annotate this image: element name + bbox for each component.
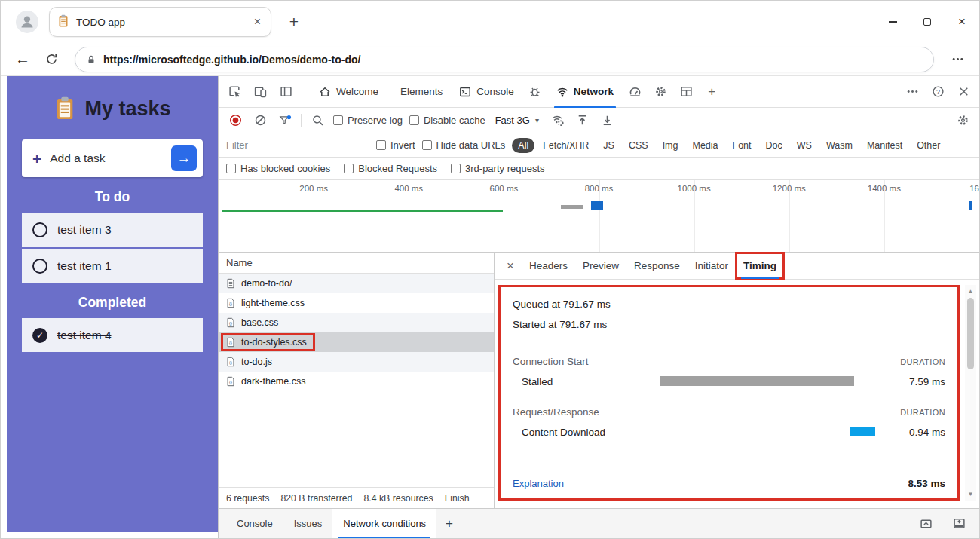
unchecked-task-icon[interactable] <box>32 222 47 237</box>
request-row-dark-theme-css[interactable]: {}dark-theme.css <box>219 372 494 391</box>
drawer-tab-network-conditions[interactable]: Network conditions <box>332 509 436 538</box>
name-column-header[interactable]: Name <box>219 253 494 274</box>
details-tab-timing[interactable]: Timing <box>736 253 784 279</box>
overview-tick-label: 1600 <box>969 184 979 193</box>
record-button[interactable] <box>226 112 244 130</box>
filter-pill-other[interactable]: Other <box>911 138 946 153</box>
throttling-select[interactable]: Fast 3G ▾ <box>492 115 542 126</box>
details-scrollbar[interactable]: ▲ ▼ <box>965 285 976 501</box>
close-details-icon[interactable]: × <box>499 253 522 279</box>
todo-item-test-item-1[interactable]: test item 1 <box>22 249 203 283</box>
todo-item-test-item-4[interactable]: ✓test item 4 <box>22 318 203 352</box>
filter-input[interactable] <box>226 139 362 151</box>
filter-pill-css[interactable]: CSS <box>623 138 654 153</box>
tab-console[interactable]: Console <box>451 76 522 107</box>
browser-menu-button[interactable] <box>945 47 970 72</box>
refresh-button[interactable] <box>38 47 64 72</box>
url-bar[interactable]: https://microsoftedge.github.io/Demos/de… <box>75 47 934 72</box>
tabbar-spacer <box>724 76 899 107</box>
filter-pill-wasm[interactable]: Wasm <box>820 138 859 153</box>
blocked-requests-checkbox[interactable]: Blocked Requests <box>344 163 437 174</box>
toolbar-divider <box>301 114 302 127</box>
details-tab-preview[interactable]: Preview <box>575 253 626 279</box>
todo-item-test-item-3[interactable]: test item 3 <box>22 213 203 247</box>
filter-pill-js[interactable]: JS <box>597 138 620 153</box>
checkbox-icon <box>333 115 343 125</box>
tabbar-button-gauge[interactable] <box>622 76 648 107</box>
tabbar-button-plus[interactable]: + <box>699 76 724 107</box>
browser-tab[interactable]: TODO app × <box>49 7 271 37</box>
details-tab-headers[interactable]: Headers <box>522 253 575 279</box>
filter-pill-manifest[interactable]: Manifest <box>861 138 908 153</box>
tabbar-button-inspect[interactable] <box>222 76 247 107</box>
clear-button[interactable] <box>251 112 269 130</box>
checked-task-icon[interactable]: ✓ <box>32 328 47 343</box>
timing-section-title: Connection Start <box>513 356 589 367</box>
details-tab-initiator[interactable]: Initiator <box>688 253 736 279</box>
scroll-up-icon[interactable]: ▲ <box>968 285 974 298</box>
tabbar-button-bug[interactable] <box>522 76 548 107</box>
timing-phase-label: Content Download <box>522 427 605 438</box>
filter-pill-media[interactable]: Media <box>686 138 724 153</box>
tab-close-icon[interactable]: × <box>252 15 263 29</box>
import-har-button[interactable] <box>574 112 592 130</box>
add-task-row[interactable]: + Add a task → <box>22 139 203 177</box>
tab-elements[interactable]: Elements <box>387 76 451 107</box>
hide-data-urls-checkbox[interactable]: Hide data URLs <box>422 139 506 151</box>
preserve-log-checkbox[interactable]: Preserve log <box>333 115 403 126</box>
disable-cache-checkbox[interactable]: Disable cache <box>409 115 485 126</box>
filter-pill-img[interactable]: Img <box>657 138 684 153</box>
filter-pill-doc[interactable]: Doc <box>760 138 789 153</box>
back-button[interactable]: ← <box>10 47 35 72</box>
request-row-demo-to-do[interactable]: demo-to-do/ <box>219 274 494 293</box>
request-row-to-do-styles-css[interactable]: {}to-do-styles.css <box>219 332 494 352</box>
network-overview-timeline[interactable]: 200 ms400 ms600 ms800 ms1000 ms1200 ms14… <box>219 180 979 253</box>
tabbar-button-device-emulation[interactable] <box>247 76 273 107</box>
network-settings-gear-icon[interactable] <box>954 112 972 130</box>
new-tab-button[interactable]: + <box>283 13 305 31</box>
close-window-button[interactable]: × <box>945 1 979 43</box>
filter-toggle-button[interactable] <box>276 112 294 130</box>
profile-avatar[interactable] <box>16 11 38 33</box>
3rd-party-requests-checkbox[interactable]: 3rd-party requests <box>451 163 545 174</box>
scroll-down-icon[interactable]: ▼ <box>968 488 974 501</box>
minimize-button[interactable] <box>875 1 910 43</box>
tab-network[interactable]: Network <box>548 76 622 107</box>
network-conditions-button[interactable] <box>549 112 567 130</box>
tabbar-button-gear-badge[interactable] <box>648 76 673 107</box>
drawer-tab-console[interactable]: Console <box>226 509 283 538</box>
filter-bar: Invert Hide data URLs AllFetch/XHRJSCSSI… <box>219 133 979 158</box>
details-tab-response[interactable]: Response <box>626 253 688 279</box>
unchecked-task-icon[interactable] <box>32 259 47 274</box>
explanation-link[interactable]: Explanation <box>513 478 564 489</box>
drawer-tab-issues[interactable]: Issues <box>283 509 333 538</box>
checkbox-icon <box>451 164 461 173</box>
tabbar-button-panel-left[interactable] <box>273 76 299 107</box>
new-drawer-tab-button[interactable]: + <box>436 509 462 538</box>
search-button[interactable] <box>308 112 326 130</box>
drawer-button-dock-panel[interactable] <box>946 517 972 530</box>
tabbar-button-layout-panel[interactable] <box>673 76 699 107</box>
drawer-button-expand-quick-view[interactable] <box>913 517 939 530</box>
tabbar-button-close[interactable] <box>951 76 976 107</box>
export-har-button[interactable] <box>599 112 617 130</box>
filter-pill-ws[interactable]: WS <box>791 138 818 153</box>
invert-checkbox[interactable]: Invert <box>376 139 415 151</box>
overview-tick-label: 600 ms <box>490 184 519 193</box>
submit-task-button[interactable]: → <box>171 145 197 171</box>
filter-pill-fetch-xhr[interactable]: Fetch/XHR <box>537 138 595 153</box>
todo-section-heading: Completed <box>7 295 218 311</box>
has-blocked-cookies-checkbox[interactable]: Has blocked cookies <box>226 163 330 174</box>
maximize-button[interactable] <box>910 1 945 43</box>
scrollbar-thumb[interactable] <box>967 298 974 369</box>
end-tick-mark <box>969 201 973 210</box>
tabbar-button-help[interactable]: ? <box>925 76 951 107</box>
tabbar-button-more[interactable] <box>899 76 925 107</box>
tab-welcome[interactable]: Welcome <box>311 76 387 107</box>
request-row-to-do-js[interactable]: ()to-do.js <box>219 352 494 372</box>
filter-pill-font[interactable]: Font <box>727 138 758 153</box>
request-row-base-css[interactable]: {}base.css <box>219 313 494 332</box>
overview-tick-label: 1200 ms <box>773 184 806 193</box>
filter-pill-all[interactable]: All <box>512 138 534 153</box>
request-row-light-theme-css[interactable]: {}light-theme.css <box>219 293 494 313</box>
